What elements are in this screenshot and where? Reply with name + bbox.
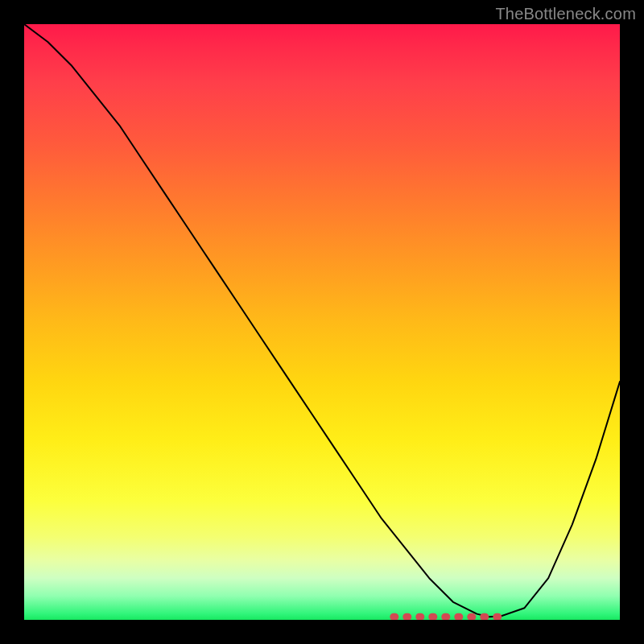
plot-area — [24, 24, 620, 620]
chart-container: TheBottleneck.com — [0, 0, 644, 644]
watermark-text: TheBottleneck.com — [495, 5, 636, 23]
curve-svg — [24, 24, 620, 620]
bottleneck-curve — [24, 24, 620, 617]
